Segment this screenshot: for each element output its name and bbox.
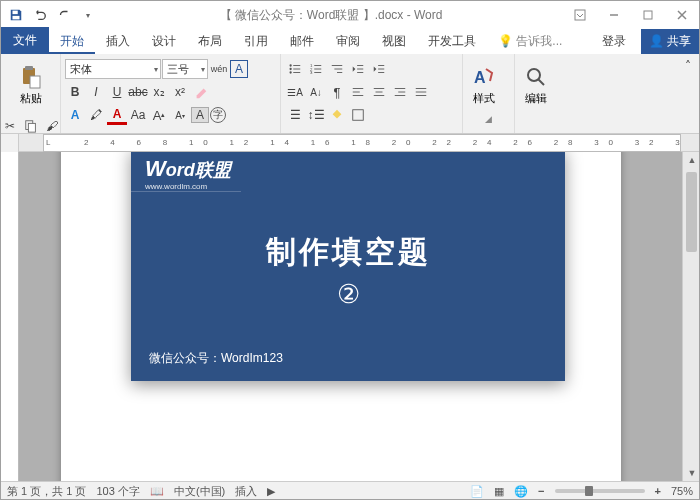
- bold-button[interactable]: B: [65, 82, 85, 102]
- view-web-icon[interactable]: 🌐: [514, 485, 528, 498]
- qat-more-icon[interactable]: ▾: [77, 4, 99, 26]
- scrollbar-thumb[interactable]: [686, 172, 697, 252]
- svg-point-14: [289, 71, 291, 73]
- superscript-button[interactable]: x²: [170, 82, 190, 102]
- shrink-font-button[interactable]: A▾: [170, 105, 190, 125]
- strikethrough-button[interactable]: abc: [128, 82, 148, 102]
- svg-rect-4: [644, 11, 652, 19]
- justify-icon[interactable]: [411, 82, 431, 102]
- svg-text:A: A: [474, 69, 486, 86]
- styles-button[interactable]: A 样式: [467, 57, 501, 113]
- tab-references[interactable]: 引用: [233, 29, 279, 54]
- line-spacing-icon[interactable]: ↕☰: [306, 105, 326, 125]
- minimize-icon[interactable]: [597, 1, 631, 29]
- scroll-up-icon[interactable]: ▲: [683, 152, 699, 168]
- maximize-icon[interactable]: [631, 1, 665, 29]
- text-effects-icon[interactable]: A: [65, 105, 85, 125]
- svg-point-10: [289, 64, 291, 66]
- char-shading-icon[interactable]: A: [191, 107, 209, 123]
- zoom-level[interactable]: 75%: [671, 485, 693, 497]
- zoom-slider[interactable]: [555, 489, 645, 493]
- view-read-icon[interactable]: 📄: [470, 485, 484, 498]
- copy-icon[interactable]: [21, 116, 41, 136]
- editing-button[interactable]: 编辑: [519, 57, 553, 113]
- svg-rect-1: [13, 16, 20, 20]
- char-border-icon[interactable]: A: [230, 60, 248, 78]
- increase-indent-icon[interactable]: [369, 59, 389, 79]
- bullets-icon[interactable]: [285, 59, 305, 79]
- align-left-icon[interactable]: [348, 82, 368, 102]
- vertical-scrollbar[interactable]: ▲ ▼: [682, 152, 699, 481]
- scroll-down-icon[interactable]: ▼: [683, 465, 699, 481]
- redo-icon[interactable]: [53, 4, 75, 26]
- status-language[interactable]: 中文(中国): [174, 484, 225, 499]
- share-button[interactable]: 👤 共享: [641, 29, 699, 54]
- tab-review[interactable]: 审阅: [325, 29, 371, 54]
- format-painter-icon[interactable]: 🖌: [42, 116, 62, 136]
- status-words[interactable]: 103 个字: [96, 484, 139, 499]
- save-icon[interactable]: [5, 4, 27, 26]
- align-center-icon[interactable]: [369, 82, 389, 102]
- shading-icon[interactable]: [327, 105, 347, 125]
- status-spellcheck-icon[interactable]: 📖: [150, 485, 164, 498]
- distribute-icon[interactable]: ☰: [285, 105, 305, 125]
- grow-font-button[interactable]: A▴: [149, 105, 169, 125]
- horizontal-ruler[interactable]: L 2 4 6 8 10 12 14 16 18 20 22 24 26 28 …: [43, 134, 681, 152]
- underline-button[interactable]: U: [107, 82, 127, 102]
- highlight-icon[interactable]: 🖍: [86, 105, 106, 125]
- svg-rect-7: [30, 76, 40, 88]
- tab-home[interactable]: 开始: [49, 29, 95, 54]
- undo-icon[interactable]: [29, 4, 51, 26]
- tab-layout[interactable]: 布局: [187, 29, 233, 54]
- svg-line-46: [538, 79, 544, 85]
- collapse-ribbon-icon[interactable]: ˄: [678, 56, 698, 76]
- status-macro-icon[interactable]: ▶: [267, 485, 275, 498]
- change-case-button[interactable]: Aa: [128, 105, 148, 125]
- paste-button[interactable]: 粘贴: [14, 57, 48, 113]
- view-print-icon[interactable]: ▦: [494, 485, 504, 498]
- numbering-icon[interactable]: 123: [306, 59, 326, 79]
- font-size-combo[interactable]: 三号▾: [162, 59, 208, 79]
- sort-icon[interactable]: A↓: [306, 82, 326, 102]
- splash-footer: 微信公众号：WordIm123: [149, 350, 283, 367]
- italic-button[interactable]: I: [86, 82, 106, 102]
- close-icon[interactable]: [665, 1, 699, 29]
- ribbon-options-icon[interactable]: [563, 1, 597, 29]
- splash-logo: Word联盟: [131, 152, 565, 182]
- decrease-indent-icon[interactable]: [348, 59, 368, 79]
- tab-developer[interactable]: 开发工具: [417, 29, 487, 54]
- tab-design[interactable]: 设计: [141, 29, 187, 54]
- window-title: 【 微信公众号：Word联盟 】.docx - Word: [99, 7, 563, 24]
- show-marks-icon[interactable]: ¶: [327, 82, 347, 102]
- align-right-icon[interactable]: [390, 82, 410, 102]
- ruler-corner: [1, 134, 19, 152]
- zoom-out-button[interactable]: −: [538, 485, 544, 497]
- vertical-ruler[interactable]: [1, 152, 19, 481]
- tab-view[interactable]: 视图: [371, 29, 417, 54]
- ruler-label: L: [46, 138, 50, 147]
- dialog-launcher-icon[interactable]: ◢: [485, 114, 492, 124]
- status-page[interactable]: 第 1 页，共 1 页: [7, 484, 86, 499]
- borders-icon[interactable]: [348, 105, 368, 125]
- zoom-slider-thumb[interactable]: [585, 486, 593, 496]
- svg-rect-43: [353, 110, 364, 121]
- clear-format-icon[interactable]: [191, 82, 211, 102]
- subscript-button[interactable]: x₂: [149, 82, 169, 102]
- tell-me[interactable]: 💡 告诉我...: [487, 29, 573, 54]
- svg-rect-0: [13, 11, 18, 15]
- enclose-char-icon[interactable]: 字: [210, 107, 226, 123]
- svg-point-12: [289, 68, 291, 70]
- tab-mailings[interactable]: 邮件: [279, 29, 325, 54]
- status-insert-mode[interactable]: 插入: [235, 484, 257, 499]
- font-name-combo[interactable]: 宋体▾: [65, 59, 161, 79]
- cut-icon[interactable]: ✂: [0, 116, 20, 136]
- font-color-icon[interactable]: A: [107, 105, 127, 125]
- align-text-icon[interactable]: ☰A: [285, 82, 305, 102]
- tab-insert[interactable]: 插入: [95, 29, 141, 54]
- zoom-in-button[interactable]: +: [655, 485, 661, 497]
- tab-file[interactable]: 文件: [1, 27, 49, 54]
- editing-icon: [524, 65, 548, 89]
- phonetic-guide-icon[interactable]: wén: [209, 59, 229, 79]
- login-button[interactable]: 登录: [591, 29, 637, 54]
- multilevel-list-icon[interactable]: [327, 59, 347, 79]
